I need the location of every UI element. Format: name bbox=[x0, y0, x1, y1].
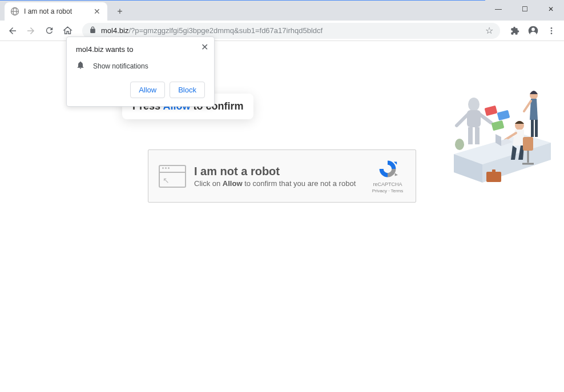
svg-rect-26 bbox=[485, 106, 498, 116]
bell-icon bbox=[76, 60, 85, 71]
browser-tab[interactable]: I am not a robot ✕ bbox=[5, 2, 107, 21]
svg-rect-21 bbox=[523, 137, 533, 151]
recaptcha-badge: reCAPTCHA Privacy · Terms bbox=[370, 159, 405, 193]
popup-notification-item: Show notifications bbox=[76, 60, 205, 71]
svg-rect-18 bbox=[531, 120, 534, 137]
svg-rect-27 bbox=[497, 110, 510, 121]
recaptcha-label: reCAPTCHA bbox=[370, 181, 405, 187]
url-path: /?p=gmzggzlfgi5gi3bpge2dmmq&sub1=fd67a17… bbox=[128, 26, 323, 35]
svg-point-4 bbox=[531, 27, 535, 31]
svg-point-7 bbox=[551, 33, 553, 34]
office-illustration bbox=[451, 71, 554, 191]
lock-icon bbox=[89, 26, 96, 35]
recaptcha-links: Privacy · Terms bbox=[370, 188, 405, 193]
svg-marker-9 bbox=[395, 173, 398, 176]
back-button[interactable] bbox=[5, 23, 21, 39]
window-icon bbox=[159, 165, 186, 188]
popup-close-icon[interactable]: ✕ bbox=[201, 42, 208, 52]
svg-point-13 bbox=[468, 98, 480, 111]
tab-bar: I am not a robot ✕ + — ☐ ✕ bbox=[0, 0, 564, 21]
menu-button[interactable] bbox=[543, 23, 559, 39]
window-maximize-button[interactable]: ☐ bbox=[511, 0, 538, 18]
popup-item-label: Show notifications bbox=[93, 62, 148, 70]
svg-point-31 bbox=[455, 139, 464, 150]
tab-title: I am not a robot bbox=[24, 7, 88, 15]
tab-close-icon[interactable]: ✕ bbox=[92, 7, 102, 16]
svg-rect-28 bbox=[492, 120, 505, 131]
block-button[interactable]: Block bbox=[170, 82, 205, 98]
globe-icon bbox=[10, 7, 19, 16]
url-domain: mol4.biz bbox=[101, 26, 128, 35]
window-close-button[interactable]: ✕ bbox=[538, 0, 564, 18]
svg-rect-29 bbox=[486, 172, 501, 182]
captcha-subtitle: Click on Allow to confirm that you are n… bbox=[194, 179, 370, 188]
extensions-button[interactable] bbox=[507, 23, 523, 39]
profile-button[interactable] bbox=[525, 23, 541, 39]
window-minimize-button[interactable]: — bbox=[485, 0, 511, 18]
new-tab-button[interactable]: + bbox=[112, 3, 128, 19]
svg-rect-15 bbox=[468, 127, 473, 144]
allow-button[interactable]: Allow bbox=[130, 82, 165, 98]
url-text: mol4.biz/?p=gmzggzlfgi5gi3bpge2dmmq&sub1… bbox=[101, 26, 485, 35]
svg-rect-16 bbox=[475, 127, 480, 144]
recaptcha-logo-icon bbox=[377, 159, 398, 179]
fake-captcha-box: I am not a robot Click on Allow to confi… bbox=[148, 149, 416, 203]
captcha-title: I am not a robot bbox=[194, 165, 370, 178]
svg-rect-30 bbox=[492, 169, 495, 172]
svg-point-6 bbox=[551, 30, 553, 31]
svg-rect-19 bbox=[535, 120, 538, 137]
popup-title: mol4.biz wants to bbox=[76, 45, 205, 54]
forward-button[interactable] bbox=[23, 23, 39, 39]
svg-point-5 bbox=[551, 27, 553, 29]
notification-permission-popup: ✕ mol4.biz wants to Show notifications A… bbox=[66, 37, 215, 107]
bookmark-star-icon[interactable]: ☆ bbox=[485, 25, 493, 36]
reload-button[interactable] bbox=[41, 23, 57, 39]
